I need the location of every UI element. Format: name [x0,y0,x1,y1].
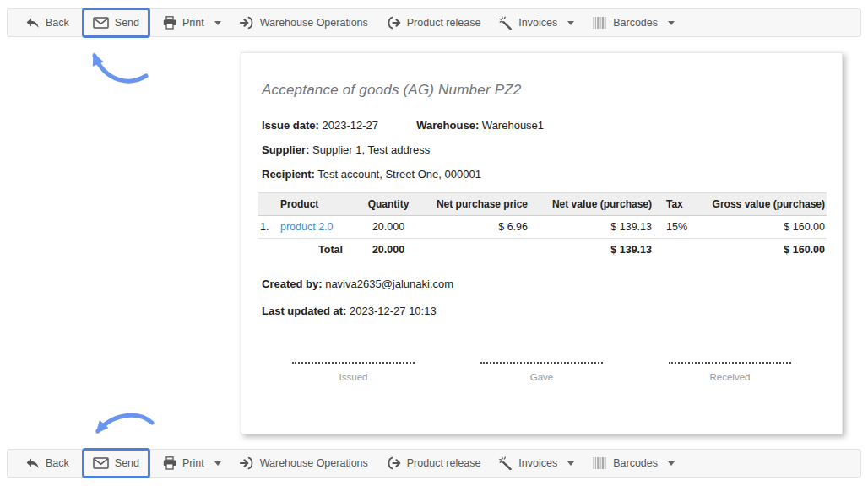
envelope-icon [93,457,109,469]
created-by-line: Created by: naviva2635@jalunaki.com [262,278,825,290]
warehouse-operations-label: Warehouse Operations [260,17,368,29]
back-icon [25,457,40,470]
chevron-down-icon [214,21,221,25]
signature-issued: Issued [292,357,415,382]
chevron-down-icon [214,461,221,466]
total-gross-value: $ 160.00 [704,239,827,262]
last-updated-value: 2023-12-27 10:13 [350,305,437,317]
print-label: Print [182,457,204,469]
row-net-purchase-price: $ 6.96 [414,216,529,239]
sign-out-icon [387,456,401,470]
back-label: Back [46,457,69,469]
product-release-label: Product release [407,457,481,469]
supplier-value: Supplier 1, Test address [312,143,430,156]
arrow-to-send-top [80,42,156,89]
signature-row: Issued Gave Received [258,357,825,382]
invoices-button-bottom[interactable]: Invoices [490,450,583,477]
print-button-bottom[interactable]: Print [154,450,231,477]
barcodes-button-bottom[interactable]: Barcodes [583,450,684,477]
issue-date-warehouse-line: Issue date: 2023-12-27 Warehouse: Wareho… [262,119,825,132]
arrow-to-send-bottom [84,411,160,449]
invoices-label: Invoices [518,457,557,469]
back-button[interactable]: Back [16,9,79,36]
warehouse-operations-label: Warehouse Operations [260,457,368,469]
row-tax: 15% [654,216,704,239]
total-label: Total [279,239,363,262]
supplier-line: Supplier: Supplier 1, Test address [262,143,825,156]
sign-out-icon [387,16,401,30]
recipient-label: Recipient: [262,168,315,181]
recipient-line: Recipient: Test account, Street One, 000… [262,168,825,181]
table-row: 1. product 2.0 20.000 $ 6.96 $ 139.13 15… [258,216,827,239]
barcode-icon [593,457,607,469]
signature-line [480,357,603,364]
barcodes-label: Barcodes [613,17,658,29]
send-label: Send [115,17,139,29]
header-net-value: Net value (purchase) [529,193,654,216]
signature-line [669,357,791,364]
sign-in-icon [240,456,254,470]
items-table: Product Quantity Net purchase price Net … [258,192,827,261]
last-updated-label: Last updated at: [262,305,346,317]
print-button[interactable]: Print [154,9,231,36]
row-net-value: $ 139.13 [529,216,654,239]
chevron-down-icon [567,461,574,466]
magic-wand-icon [499,16,513,30]
invoices-label: Invoices [518,17,557,29]
signature-received: Received [669,357,791,382]
toolbar-bottom: Back Send Print Warehouse Operations Pro… [7,449,861,478]
send-button-highlighted[interactable]: Send [82,8,150,38]
product-release-button-bottom[interactable]: Product release [377,450,491,477]
toolbar-top: Back Send Print Warehouse Operations Pro… [7,8,861,37]
warehouse-operations-button-bottom[interactable]: Warehouse Operations [231,450,377,477]
back-label: Back [46,17,69,29]
envelope-icon [93,17,109,29]
created-by-label: Created by: [262,278,323,290]
back-icon [25,17,40,30]
row-number: 1. [258,216,279,239]
document-title: Acceptance of goods (AG) Number PZ2 [262,82,825,99]
sign-in-icon [240,16,254,30]
issue-date-label: Issue date: [262,119,319,132]
printer-icon [163,16,176,30]
items-table-header: Product Quantity Net purchase price Net … [258,193,827,216]
barcodes-button[interactable]: Barcodes [583,9,684,36]
table-total-row: Total 20.000 $ 139.13 $ 160.00 [258,239,827,262]
signature-issued-label: Issued [292,372,415,382]
signature-received-label: Received [669,372,791,382]
total-net-value: $ 139.13 [529,239,654,262]
signature-gave: Gave [480,357,603,382]
header-tax: Tax [654,193,704,216]
created-by-value: naviva2635@jalunaki.com [325,278,453,290]
warehouse-label: Warehouse: [416,119,479,132]
warehouse-operations-button[interactable]: Warehouse Operations [231,9,377,36]
printer-icon [163,456,176,470]
row-gross-value: $ 160.00 [704,216,827,239]
issue-date-value: 2023-12-27 [323,119,379,132]
signature-line [292,357,415,364]
back-button-bottom[interactable]: Back [16,450,79,477]
barcodes-label: Barcodes [613,457,658,469]
total-quantity: 20.000 [363,239,414,262]
header-product: Product [279,193,363,216]
chevron-down-icon [668,21,675,25]
magic-wand-icon [499,456,513,470]
header-quantity: Quantity [363,193,414,216]
invoices-button[interactable]: Invoices [490,9,583,36]
chevron-down-icon [567,21,574,25]
send-button-highlighted-bottom[interactable]: Send [82,448,150,478]
row-quantity: 20.000 [363,216,414,239]
header-gross-value: Gross value (purchase) [704,193,827,216]
product-release-button[interactable]: Product release [377,9,491,36]
recipient-value: Test account, Street One, 000001 [317,168,481,181]
signature-gave-label: Gave [480,372,603,382]
barcode-icon [593,17,607,29]
product-link[interactable]: product 2.0 [280,221,334,233]
send-label: Send [115,457,139,469]
print-label: Print [182,17,204,29]
last-updated-line: Last updated at: 2023-12-27 10:13 [262,305,825,317]
supplier-label: Supplier: [262,143,309,156]
product-release-label: Product release [407,17,481,29]
document-preview: Acceptance of goods (AG) Number PZ2 Issu… [241,52,843,434]
chevron-down-icon [668,461,675,466]
